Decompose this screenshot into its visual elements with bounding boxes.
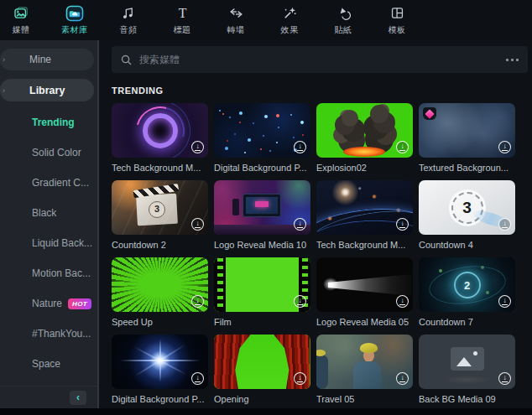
media-thumbnail[interactable] (112, 335, 208, 389)
sidebar-collapse-button[interactable]: ‹ (70, 391, 86, 405)
media-thumbnail[interactable] (214, 103, 310, 158)
search-input[interactable] (139, 54, 499, 65)
chevron-icon: › (3, 86, 5, 95)
media-title: Countdown 4 (419, 240, 515, 250)
download-icon[interactable] (191, 218, 204, 231)
media-thumbnail[interactable] (316, 180, 413, 235)
download-icon[interactable] (396, 218, 409, 231)
tab-label: 效果 (281, 24, 299, 36)
transitions-icon (228, 5, 244, 22)
media-card-tech-background-m[interactable]: Tech Background M... (316, 180, 413, 257)
sidebar-item-solid-color[interactable]: Solid Color (0, 137, 97, 168)
download-icon[interactable] (294, 218, 306, 231)
media-thumbnail[interactable] (419, 335, 515, 389)
media-card-textured-backgroun[interactable]: Textured Backgroun... (419, 103, 515, 180)
media-card-travel-05[interactable]: Travel 05 (316, 335, 413, 408)
media-thumbnail[interactable] (316, 257, 413, 312)
media-title: Digital Background P... (112, 394, 208, 404)
media-thumbnail[interactable] (214, 180, 310, 235)
sidebar-item-nature[interactable]: Nature HOT (0, 288, 97, 319)
download-icon[interactable] (498, 295, 511, 308)
media-card-countdown-2[interactable]: 3 Countdown 2 (112, 180, 208, 257)
stock-media-panel: 媒體 素材庫 音頻 (0, 0, 532, 415)
section-title: TRENDING (112, 86, 532, 96)
media-thumbnail[interactable] (316, 103, 413, 158)
tab-effects[interactable]: 效果 (269, 5, 310, 36)
media-thumbnail[interactable] (316, 335, 413, 389)
media-card-film[interactable]: Film (214, 257, 310, 335)
media-card-logo-reveal-media-05[interactable]: Logo Reveal Media 05 (316, 257, 413, 335)
media-thumbnail[interactable]: 2 (419, 257, 515, 312)
titles-icon: T (175, 5, 190, 22)
search-icon (121, 54, 132, 65)
sidebar-item-motion-bac[interactable]: Motion Bac... (0, 258, 97, 288)
media-thumbnail[interactable] (214, 335, 310, 389)
download-icon[interactable] (191, 372, 204, 385)
media-card-opening[interactable]: Opening (214, 335, 310, 408)
media-icon (13, 5, 29, 22)
media-card-tech-background-m[interactable]: Tech Background M... (112, 103, 208, 180)
tab-stickers[interactable]: 貼紙 (322, 5, 364, 36)
tab-stock-media[interactable]: 素材庫 (54, 5, 96, 36)
download-icon[interactable] (498, 218, 511, 231)
media-card-countdown-7[interactable]: 2 Countdown 7 (419, 257, 515, 335)
sidebar-item-trending[interactable]: Trending (0, 107, 97, 137)
media-thumbnail[interactable]: 3 (419, 180, 515, 235)
download-icon[interactable] (294, 295, 306, 308)
media-card-explosion02[interactable]: Explosion02 (316, 103, 413, 180)
thumbnail-number: 3 (462, 199, 472, 217)
sidebar-section-library[interactable]: › Library (0, 79, 94, 101)
media-card-logo-reveal-media-10[interactable]: Logo Reveal Media 10 (214, 180, 310, 257)
media-thumbnail[interactable] (419, 103, 515, 158)
stickers-icon (336, 5, 351, 22)
media-title: Opening (214, 394, 310, 404)
download-icon[interactable] (294, 372, 306, 385)
hot-badge: HOT (68, 298, 91, 309)
tab-transitions[interactable]: 轉場 (215, 5, 257, 36)
tab-titles[interactable]: T 標題 (161, 5, 203, 36)
sidebar-item-thankyou[interactable]: #ThankYou... (0, 319, 97, 349)
sidebar-item-gradient-c[interactable]: Gradient C... (0, 168, 97, 198)
download-icon[interactable] (191, 295, 204, 308)
media-title: Travel 05 (316, 394, 413, 404)
download-icon[interactable] (396, 372, 409, 385)
sidebar-section-mine[interactable]: › Mine (0, 49, 94, 70)
sidebar-item-black[interactable]: Black (0, 198, 97, 228)
tab-label: 貼紙 (335, 24, 352, 36)
download-icon[interactable] (396, 295, 409, 308)
media-card-digital-background-p[interactable]: Digital Background P... (214, 103, 310, 180)
download-icon[interactable] (191, 141, 204, 153)
chevron-icon: › (3, 55, 5, 64)
chevron-left-icon: ‹ (76, 392, 80, 403)
tab-label: 轉場 (227, 24, 245, 36)
tab-label: 標題 (174, 24, 191, 36)
stock-media-icon (65, 5, 84, 22)
tab-media[interactable]: 媒體 (0, 5, 42, 36)
media-card-speed-up[interactable]: Speed Up (112, 257, 208, 335)
audio-icon (122, 5, 136, 22)
download-icon[interactable] (294, 141, 306, 153)
tab-label: 音頻 (120, 24, 138, 36)
sidebar-item-liquid-back[interactable]: Liquid Back... (0, 228, 97, 258)
media-thumbnail[interactable] (112, 103, 208, 158)
media-thumbnail[interactable] (214, 257, 310, 312)
download-icon[interactable] (396, 141, 409, 153)
thumbnail-number: 2 (464, 278, 470, 291)
sidebar-footer: ‹ (0, 386, 97, 408)
media-title: Logo Reveal Media 05 (316, 317, 413, 327)
media-card-back-bg-media-09[interactable]: Back BG Media 09 (419, 335, 515, 408)
media-card-countdown-4[interactable]: 3 Countdown 4 (419, 180, 515, 257)
svg-text:T: T (178, 6, 186, 20)
download-icon[interactable] (498, 141, 511, 153)
tab-audio[interactable]: 音頻 (107, 5, 149, 36)
panel-bottom-edge (0, 408, 532, 415)
media-thumbnail[interactable]: 3 (112, 180, 208, 235)
content-area: TRENDING Tech Background M... Digital Ba… (99, 40, 532, 408)
more-options-icon[interactable] (499, 55, 519, 65)
tab-templates[interactable]: 模板 (376, 5, 418, 36)
media-card-digital-background-p[interactable]: Digital Background P... (112, 335, 208, 408)
premium-badge (423, 107, 436, 120)
download-icon[interactable] (498, 372, 511, 385)
media-thumbnail[interactable] (112, 257, 208, 312)
sidebar-item-space[interactable]: Space (0, 349, 97, 379)
